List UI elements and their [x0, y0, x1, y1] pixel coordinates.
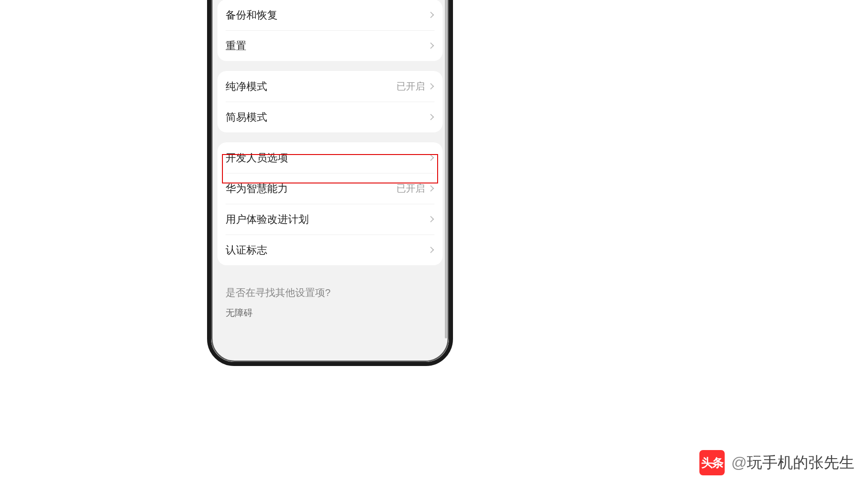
row-value: 已开启	[396, 182, 425, 195]
row-label: 华为智慧能力	[226, 182, 288, 196]
footer-section: 是否在寻找其他设置项? 无障碍	[217, 275, 443, 337]
row-label: 用户体验改进计划	[226, 212, 309, 226]
chevron-right-icon	[428, 12, 434, 18]
watermark: 头条 @玩手机的张先生	[699, 450, 854, 475]
chevron-right-icon	[428, 216, 434, 222]
row-right	[429, 248, 434, 252]
row-right	[429, 13, 434, 17]
phone-frame: 备份和恢复 重置 纯净模式 已开启	[207, 0, 453, 366]
settings-group-3: 开发人员选项 华为智慧能力 已开启 用户体验改进计划	[217, 142, 443, 265]
settings-group-2: 纯净模式 已开启 简易模式	[217, 71, 443, 132]
row-value: 已开启	[396, 80, 425, 93]
row-label: 备份和恢复	[226, 8, 278, 22]
watermark-text: @玩手机的张先生	[731, 452, 854, 473]
watermark-logo-icon: 头条	[699, 450, 725, 475]
watermark-logo-text: 头条	[701, 455, 723, 471]
row-pure-mode[interactable]: 纯净模式 已开启	[217, 71, 443, 102]
settings-group-1: 备份和恢复 重置	[217, 0, 443, 61]
chevron-right-icon	[428, 155, 434, 161]
watermark-author: 玩手机的张先生	[747, 454, 854, 471]
screen: 备份和恢复 重置 纯净模式 已开启	[211, 0, 449, 362]
row-huawei-ai[interactable]: 华为智慧能力 已开启	[217, 173, 443, 204]
row-label: 开发人员选项	[226, 151, 288, 165]
row-label: 重置	[226, 39, 246, 53]
row-right: 已开启	[396, 80, 434, 93]
row-right	[429, 155, 434, 160]
row-user-experience[interactable]: 用户体验改进计划	[217, 204, 443, 235]
footer-title: 是否在寻找其他设置项?	[226, 286, 434, 300]
row-simple-mode[interactable]: 简易模式	[217, 102, 443, 132]
row-reset[interactable]: 重置	[217, 30, 443, 61]
chevron-right-icon	[428, 42, 434, 49]
chevron-right-icon	[428, 247, 434, 253]
row-right	[429, 217, 434, 221]
row-right	[429, 43, 434, 48]
row-right	[429, 115, 434, 119]
row-label: 简易模式	[226, 110, 267, 124]
row-right: 已开启	[396, 182, 434, 195]
row-label: 认证标志	[226, 243, 267, 257]
settings-content: 备份和恢复 重置 纯净模式 已开启	[211, 0, 449, 337]
row-backup-restore[interactable]: 备份和恢复	[217, 0, 443, 30]
row-certification[interactable]: 认证标志	[217, 235, 443, 265]
row-label: 纯净模式	[226, 80, 267, 94]
side-button	[453, 0, 453, 45]
footer-link-accessibility[interactable]: 无障碍	[226, 307, 434, 319]
chevron-right-icon	[428, 83, 434, 89]
scrollbar[interactable]	[445, 0, 447, 338]
chevron-right-icon	[428, 185, 434, 192]
row-developer-options[interactable]: 开发人员选项	[217, 142, 443, 173]
chevron-right-icon	[428, 114, 434, 120]
watermark-at: @	[731, 454, 747, 471]
